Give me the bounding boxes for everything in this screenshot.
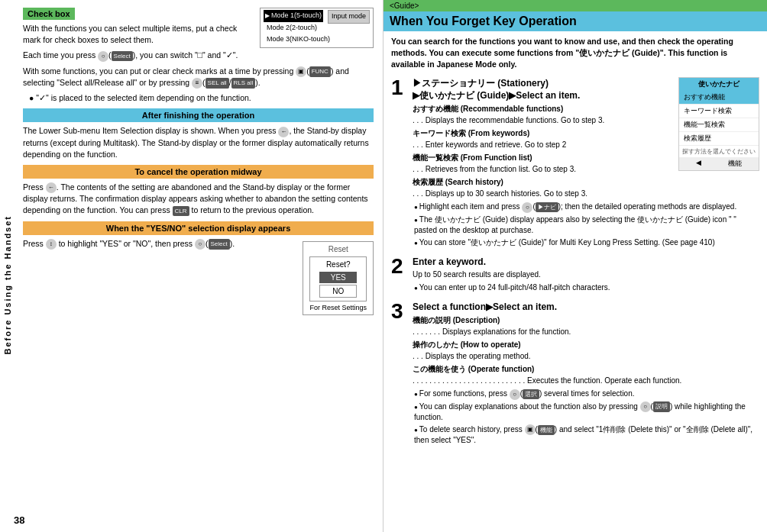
sidebar-label: Before Using the Handset [3, 215, 12, 354]
after-finish-para: The Lower Sub-menu Item Selection displa… [23, 125, 374, 160]
yes-no-buttons: YES NO [319, 272, 357, 298]
right-content: You can search for the functions you wan… [384, 36, 767, 461]
sel-all-label: SEL all [206, 78, 229, 89]
s1-label1: ▶ナビ [536, 202, 558, 212]
confirm-icon: ○ [195, 239, 206, 250]
check-box-heading: Check box [23, 8, 75, 20]
step-1-para4: . . . Displays up to 30 search histories… [413, 189, 759, 199]
reset-image: Reset Reset? YES NO For Reset Settings [303, 241, 374, 315]
guide-menu: 使いかたナビ おすすめ機能 キーワード検索 機能一覧検索 検索履歴 探す方法を選… [678, 77, 759, 171]
step-3-content: Select a function▶Select an item. 機能の説明 … [413, 301, 759, 447]
input-mode-label-2: Mode 2(2-touch) [267, 23, 317, 34]
guide-menu-title: 使いかたナビ [679, 78, 759, 91]
cancel-section: To cancel the operation midway Press ←. … [23, 165, 374, 217]
step-1: 1 使いかたナビ おすすめ機能 キーワード検索 機能一覧検索 検索履歴 探す方法… [391, 77, 759, 250]
yes-button[interactable]: YES [319, 272, 357, 283]
step-1-bullet3: You can store "使いかたナビ (Guide)" for Multi… [413, 237, 759, 248]
guide-menu-item-4: 検索履歴 [679, 132, 759, 146]
step-2: 2 Enter a keyword. Up to 50 search resul… [391, 256, 759, 295]
step-3-para3: . . . . . . . . . . . . . . . . . . . . … [413, 376, 759, 386]
menu-icon-left: ◀ [696, 159, 701, 169]
s1-icon1: ○ [522, 202, 532, 213]
step-3-num: 3 [391, 301, 408, 322]
check-box-para3: With some functions, you can put or clea… [23, 66, 374, 89]
input-mode-row-3: Mode 3(NIKO-touch) [264, 34, 370, 46]
guide-header: <Guide> [384, 0, 767, 11]
step-3-sub2: 操作のしかた (How to operate) [413, 340, 759, 350]
step-1-bullet2: The 使いかたナビ (Guide) display appears also … [413, 214, 759, 236]
yes-no-section: When the "YES/NO" selection display appe… [23, 221, 374, 315]
left-panel: Before Using the Handset Check box Input… [0, 0, 384, 532]
input-mode-row-2: Mode 2(2-touch) [264, 22, 323, 34]
step-2-bullet1: You can enter up to 24 full-pitch/48 hal… [413, 282, 759, 293]
step-3-bullet2: You can display explanations about the f… [413, 401, 759, 423]
step-3-sub3: この機能を使う (Operate function) [413, 364, 759, 375]
reset-label: Reset [309, 245, 367, 253]
step-3-para1: . . . . . . . Displays explanations for … [413, 327, 759, 337]
right-panel: <Guide> When You Forget Key Operation Yo… [384, 0, 767, 532]
s3-label3: 機能 [538, 425, 555, 435]
select-icon: Select [112, 51, 133, 62]
guide-menu-item-2: キーワード検索 [679, 105, 759, 118]
guide-menu-bottom: 探す方法を選んでください [679, 146, 759, 157]
after-finish-heading: After finishing the operation [23, 108, 374, 122]
check-box-para2: Each time you press ○(Select), you can s… [23, 50, 374, 61]
step-3-bullet1: For some functions, press ○(選択) several … [413, 389, 759, 399]
reset-question: Reset? [319, 260, 357, 269]
check-box-section: Check box Input mode ▶Mode 1(5-touch) Mo… [23, 8, 374, 104]
step-2-num: 2 [391, 256, 408, 277]
reset-box: Reset? YES NO [309, 256, 367, 301]
func-icon: ▣ [296, 66, 306, 77]
nav-icon: ↕ [46, 239, 57, 250]
s3-icon3: ▣ [525, 424, 536, 435]
s3-label2: 説明 [653, 401, 670, 411]
rls-all-label: RLS all [231, 78, 256, 89]
step-1-bullet1: Highlight each item and press ○(▶ナビ); th… [413, 202, 759, 212]
input-mode-label-1: Mode 1(5-touch) [271, 11, 322, 21]
guide-title: When You Forget Key Operation [384, 11, 767, 31]
for-reset-label: For Reset Settings [309, 304, 367, 311]
menu-icon: ≡ [192, 78, 202, 89]
step-3-title: Select a function▶Select an item. [413, 301, 759, 314]
step-2-content: Enter a keyword. Up to 50 search results… [413, 256, 759, 295]
input-mode-image: Input mode ▶Mode 1(5-touch) Mode 2(2-tou… [260, 8, 374, 48]
intro-text: You can search for the functions you wan… [391, 36, 759, 71]
check-box-bullet: ● "✓" is placed to the selected item dep… [29, 92, 374, 104]
no-button[interactable]: NO [319, 285, 357, 298]
s3-label1: 選択 [523, 389, 539, 399]
guide-menu-item-3: 機能一覧検索 [679, 118, 759, 132]
cancel-para: Press ←. The contents of the setting are… [23, 182, 374, 217]
after-finish-section: After finishing the operation The Lower … [23, 108, 374, 160]
step-1-num: 1 [391, 77, 408, 98]
clr-icon: ← [46, 182, 57, 193]
input-mode-row-1: ▶Mode 1(5-touch) [264, 10, 323, 22]
menu-icon-right: 機能 [728, 159, 742, 169]
step-2-title: Enter a keyword. [413, 256, 759, 269]
sidebar-label-wrapper: Before Using the Handset [2, 61, 14, 509]
yes-no-heading: When the "YES/NO" selection display appe… [23, 221, 374, 235]
step-3-bullet3: To delete search history, press ▣(機能) an… [413, 424, 759, 446]
select-label: Select [209, 239, 230, 250]
step-1-content: 使いかたナビ おすすめ機能 キーワード検索 機能一覧検索 検索履歴 探す方法を選… [413, 77, 759, 250]
page-number: 38 [14, 514, 24, 526]
step-3: 3 Select a function▶Select an item. 機能の説… [391, 301, 759, 447]
func-label: FUNC [309, 66, 331, 77]
input-mode-label-3: Mode 3(NIKO-touch) [267, 34, 330, 45]
s3-icon2: ○ [640, 401, 651, 412]
circle-icon: ○ [98, 51, 108, 62]
yes-no-content: Reset Reset? YES NO For Reset Settings P… [23, 238, 374, 315]
step-2-para1: Up to 50 search results are displayed. [413, 269, 759, 280]
input-mode-title: Input mode [328, 10, 370, 24]
clr-label: CLR [173, 206, 189, 217]
guide-menu-item-1: おすすめ機能 [679, 91, 759, 105]
step-3-para2: . . . Displays the operating method. [413, 351, 759, 362]
step-3-sub1: 機能の説明 (Description) [413, 315, 759, 326]
step-1-sub4: 検索履歴 (Search history) [413, 177, 759, 188]
left-content: Check box Input mode ▶Mode 1(5-touch) Mo… [23, 8, 374, 315]
guide-menu-icons: ◀ 機能 [679, 157, 759, 170]
s3-icon1: ○ [510, 389, 520, 400]
back-icon: ← [278, 127, 289, 137]
cancel-heading: To cancel the operation midway [23, 165, 374, 179]
